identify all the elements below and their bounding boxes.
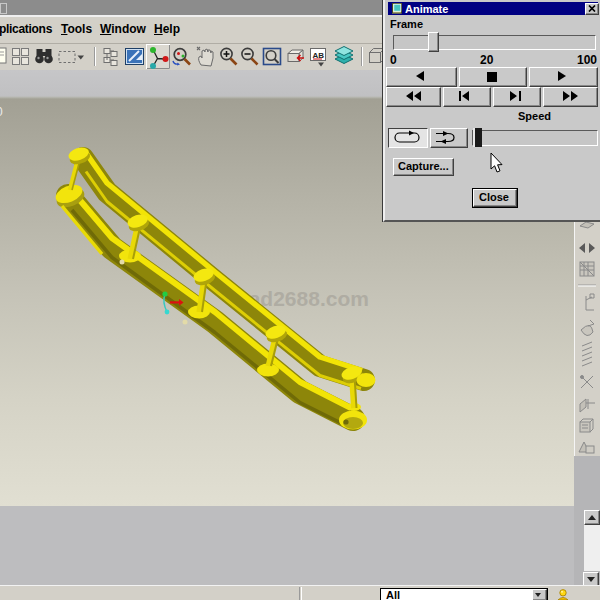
svg-text:AB: AB xyxy=(313,51,325,60)
